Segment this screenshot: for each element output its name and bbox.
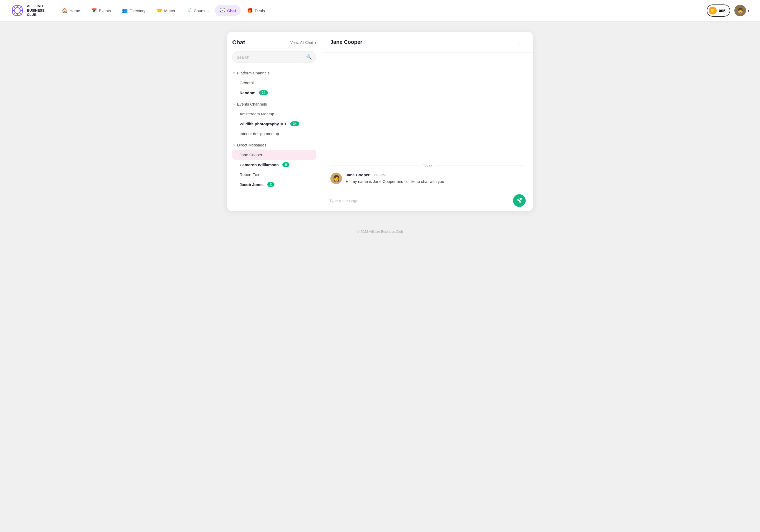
message-sender-name: Jane Cooper — [346, 172, 370, 177]
platform-channels-label: Platform Channels — [237, 71, 269, 75]
chat-header: Jane Cooper ⋮ — [322, 32, 533, 53]
user-avatar-button[interactable]: 👨 ▾ — [735, 5, 749, 16]
nav-links: 🏠 Home 📅 Events 👥 Directory 🤝 Match 📄 Co… — [57, 5, 707, 16]
channel-name: Wildlife photography 101 — [240, 121, 287, 126]
platform-channels-section: ▾ Platform Channels General Random 24 — [232, 69, 316, 98]
dm-name: Robert Fox — [240, 172, 259, 177]
direct-messages-label: Direct Messages — [237, 143, 266, 147]
more-options-button[interactable]: ⋮ — [514, 37, 525, 46]
dm-badge: 6 — [282, 162, 290, 167]
coin-icon: 🟡 — [709, 7, 717, 15]
brand-name: AFFILIATE BUSINESS CLUB. — [27, 4, 44, 18]
events-channels-header[interactable]: ▾ Events Channels — [232, 100, 316, 108]
chevron-down-icon: ▾ — [314, 40, 316, 45]
events-channels-section: ▾ Events Channels Amsterdam Meetup Wildl… — [232, 100, 316, 138]
channel-general[interactable]: General — [232, 78, 316, 88]
page-content: Chat View: All Chat ▾ 🔍 ▾ Platform Chann… — [222, 32, 538, 211]
nav-right: 🟡 005 👨 ▾ — [707, 5, 749, 17]
send-button[interactable] — [513, 194, 526, 207]
deals-icon: 🎁 — [247, 8, 253, 14]
channel-badge: 34 — [290, 121, 299, 126]
home-icon: 🏠 — [62, 8, 68, 14]
coins-value: 005 — [719, 9, 726, 13]
collapse-arrow-icon: ▾ — [233, 102, 235, 106]
send-icon — [516, 198, 522, 204]
nav-item-courses[interactable]: 📄 Courses — [181, 5, 213, 16]
chat-main: Jane Cooper ⋮ Today 👩 Jane Cooper 3:45 P… — [322, 32, 533, 211]
chat-input-area — [322, 190, 533, 211]
nav-item-directory[interactable]: 👥 Directory — [117, 5, 150, 16]
events-icon: 📅 — [91, 8, 97, 14]
search-box: 🔍 — [232, 51, 316, 63]
chat-sidebar: Chat View: All Chat ▾ 🔍 ▾ Platform Chann… — [227, 32, 322, 211]
collapse-arrow-icon: ▾ — [233, 143, 235, 147]
logo-icon — [11, 4, 24, 18]
chat-container: Chat View: All Chat ▾ 🔍 ▾ Platform Chann… — [227, 32, 533, 211]
channel-name: Interior design meetup — [240, 131, 279, 136]
search-icon: 🔍 — [306, 54, 312, 60]
message-content: Jane Cooper 3:45 PM Hi, my name is Jane … — [346, 172, 525, 185]
avatar: 👨 — [735, 5, 746, 16]
date-label: Today — [423, 163, 432, 167]
message-row: 👩 Jane Cooper 3:45 PM Hi, my name is Jan… — [330, 172, 525, 185]
channel-name: General — [240, 80, 254, 85]
events-channels-label: Events Channels — [237, 102, 267, 106]
logo[interactable]: AFFILIATE BUSINESS CLUB. — [11, 4, 44, 18]
nav-item-deals[interactable]: 🎁 Deals — [242, 5, 269, 16]
channel-amsterdam[interactable]: Amsterdam Meetup — [232, 109, 316, 119]
dm-cameron[interactable]: Cameron Williamson 6 — [232, 160, 316, 170]
channel-name: Amsterdam Meetup — [240, 112, 274, 116]
platform-channels-header[interactable]: ▾ Platform Channels — [232, 69, 316, 77]
nav-item-events[interactable]: 📅 Events — [86, 5, 116, 16]
dm-name: Jane Cooper — [240, 153, 262, 157]
channel-wildlife[interactable]: Wildlife photography 101 34 — [232, 119, 316, 129]
courses-icon: 📄 — [186, 8, 192, 14]
messages-area: Today 👩 Jane Cooper 3:45 PM Hi, my name … — [322, 53, 533, 190]
channel-random[interactable]: Random 24 — [232, 88, 316, 98]
view-selector[interactable]: View: All Chat ▾ — [290, 40, 316, 45]
sender-avatar: 👩 — [330, 172, 342, 184]
dm-name: Cameron Williamson — [240, 163, 279, 167]
channel-interior[interactable]: Interior design meetup — [232, 129, 316, 138]
message-time: 3:45 PM — [373, 173, 386, 177]
coins-badge[interactable]: 🟡 005 — [707, 5, 730, 17]
date-divider: Today — [330, 163, 525, 167]
search-input[interactable] — [237, 55, 306, 59]
footer-text: © 2022 Affiliate Business Club — [357, 229, 403, 233]
dm-robert[interactable]: Robert Fox — [232, 170, 316, 179]
message-header: Jane Cooper 3:45 PM — [346, 172, 525, 177]
dm-jane-cooper[interactable]: Jane Cooper — [232, 150, 316, 160]
message-input[interactable] — [329, 198, 510, 203]
nav-item-chat[interactable]: 💬 Chat — [215, 5, 241, 16]
nav-item-home[interactable]: 🏠 Home — [57, 5, 85, 16]
view-label: View: All Chat — [290, 40, 313, 45]
direct-messages-header[interactable]: ▾ Direct Messages — [232, 141, 316, 149]
sidebar-header: Chat View: All Chat ▾ — [232, 39, 316, 46]
chevron-down-icon: ▾ — [748, 9, 749, 13]
message-text: Hi, my name is Jane Cooper and I'd like … — [346, 179, 525, 185]
nav-item-match[interactable]: 🤝 Match — [152, 5, 180, 16]
chat-icon: 💬 — [219, 8, 225, 14]
direct-messages-section: ▾ Direct Messages Jane Cooper Cameron Wi… — [232, 141, 316, 189]
chat-contact-name: Jane Cooper — [330, 39, 362, 45]
channel-badge: 24 — [259, 90, 268, 95]
collapse-arrow-icon: ▾ — [233, 71, 235, 75]
dm-badge: 2 — [267, 182, 274, 187]
dm-name: Jacob Jones — [240, 182, 263, 187]
dm-jacob[interactable]: Jacob Jones 2 — [232, 179, 316, 189]
match-icon: 🤝 — [157, 8, 162, 14]
sidebar-title: Chat — [232, 39, 245, 46]
channel-name: Random — [240, 90, 256, 95]
directory-icon: 👥 — [122, 8, 128, 14]
footer: © 2022 Affiliate Business Club — [0, 222, 760, 241]
navbar: AFFILIATE BUSINESS CLUB. 🏠 Home 📅 Events… — [0, 0, 760, 21]
